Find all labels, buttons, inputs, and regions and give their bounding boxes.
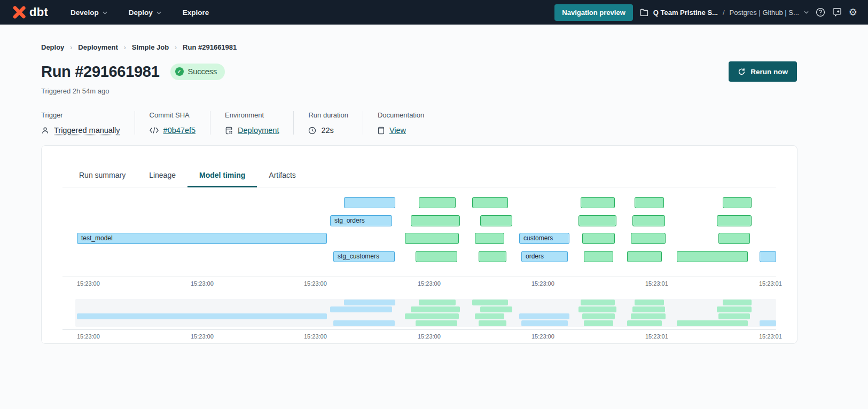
meta-commit-sha: Commit SHA#0b47ef5 <box>150 111 210 135</box>
meta-environment: EnvironmentDeployment <box>225 111 294 135</box>
bar-orders[interactable]: orders <box>521 251 568 262</box>
timing-bar[interactable] <box>717 215 752 226</box>
time-axis: 15:23:0015:23:0015:23:0015:23:0015:23:00… <box>62 277 776 287</box>
axis-tick-label: 15:23:00 <box>531 280 554 287</box>
timing-bar[interactable] <box>411 215 460 226</box>
code-icon <box>150 127 159 133</box>
overview-bar <box>627 320 662 326</box>
meta-value[interactable]: #0b47ef5 <box>163 126 196 135</box>
tab-lineage[interactable]: Lineage <box>137 171 187 187</box>
time-axis-overview: 15:23:0015:23:0015:23:0015:23:0015:23:00… <box>62 329 776 340</box>
overview-bar <box>632 306 665 312</box>
timing-bar[interactable] <box>631 233 666 244</box>
rerun-button[interactable]: Rerun now <box>729 61 797 82</box>
run-card: Run summaryLineageModel timingArtifacts … <box>41 145 797 344</box>
nav-item-deploy[interactable]: Deploy <box>129 9 161 17</box>
meta-run-duration: Run duration22s <box>308 111 363 135</box>
timing-bar[interactable] <box>480 215 512 226</box>
top-nav: dbt DevelopDeployExplore Navigation prev… <box>0 0 868 25</box>
timing-bar[interactable] <box>472 197 508 208</box>
chevron-down-icon <box>103 11 107 14</box>
timing-chart: stg_orderstest_modelcustomersstg_custome… <box>62 197 776 262</box>
breadcrumb-item[interactable]: Deployment <box>78 43 118 51</box>
project-separator: / <box>723 9 725 17</box>
meta-value[interactable]: View <box>389 126 406 135</box>
breadcrumb-item[interactable]: Deploy <box>41 43 64 51</box>
axis-tick-label: 15:23:00 <box>304 333 327 340</box>
overview-chart <box>75 299 776 327</box>
breadcrumb-separator: › <box>124 44 126 51</box>
overview-bar <box>475 313 504 319</box>
tab-run-summary[interactable]: Run summary <box>67 171 137 187</box>
nav-item-explore[interactable]: Explore <box>183 9 209 17</box>
tab-model-timing[interactable]: Model timing <box>187 171 257 187</box>
feedback-icon[interactable] <box>832 7 842 17</box>
navigation-preview-button[interactable]: Navigation preview <box>554 4 632 21</box>
nav-menu: DevelopDeployExplore <box>71 9 209 17</box>
timing-bar[interactable] <box>760 251 776 262</box>
overview-bar <box>330 306 392 312</box>
settings-icon[interactable]: ⚙ <box>849 7 857 17</box>
timing-bar[interactable] <box>627 251 662 262</box>
overview-bar <box>584 320 613 326</box>
overview-bar <box>519 313 569 319</box>
project-selector[interactable]: Q Team Pristine S... / Postgres | Github… <box>640 9 809 17</box>
axis-tick-label: 15:23:01 <box>759 333 782 340</box>
timing-bar[interactable] <box>578 215 616 226</box>
overview-bar <box>717 306 752 312</box>
environment-name: Postgres | Github | S... <box>730 9 799 17</box>
breadcrumb-item[interactable]: Run #291661981 <box>183 43 237 51</box>
overview-bar <box>419 300 456 305</box>
timing-bar[interactable] <box>419 197 456 208</box>
overview-bar <box>479 320 506 326</box>
axis-tick-label: 15:23:00 <box>418 333 441 340</box>
timing-bar[interactable] <box>584 251 613 262</box>
timing-bar[interactable] <box>718 233 750 244</box>
help-icon[interactable] <box>816 7 825 17</box>
timing-bar[interactable] <box>677 251 748 262</box>
overview-bar <box>472 300 508 305</box>
database-icon <box>225 127 233 135</box>
meta-documentation: DocumentationView <box>378 111 439 135</box>
status-badge: ✓ Success <box>170 64 225 80</box>
timing-bar[interactable] <box>479 251 506 262</box>
chevron-down-icon <box>157 11 161 14</box>
timing-bar[interactable] <box>723 197 752 208</box>
overview-bar <box>718 313 750 319</box>
timing-bar[interactable] <box>405 233 459 244</box>
run-page: Deploy›Deployment›SImple Job›Run #291661… <box>0 43 868 344</box>
folder-icon <box>640 9 648 16</box>
timing-bar[interactable] <box>582 233 615 244</box>
meta-label: Run duration <box>308 111 348 119</box>
timing-bar[interactable] <box>475 233 504 244</box>
overview-bar <box>578 306 616 312</box>
dbt-logo[interactable]: dbt <box>12 5 48 20</box>
nav-item-develop[interactable]: Develop <box>71 9 107 17</box>
dbt-logo-icon <box>12 5 27 20</box>
timing-bar[interactable] <box>416 251 457 262</box>
bar-stg_customers[interactable]: stg_customers <box>333 251 395 262</box>
meta-label: Trigger <box>41 111 120 119</box>
timing-bar[interactable] <box>632 215 665 226</box>
overview-bar <box>333 320 395 326</box>
bar-test_model[interactable]: test_model <box>77 233 327 244</box>
tab-artifacts[interactable]: Artifacts <box>257 171 308 187</box>
meta-label: Environment <box>225 111 279 119</box>
clock-icon <box>308 127 316 135</box>
overview-bar <box>723 300 752 305</box>
timing-bar[interactable] <box>344 197 395 208</box>
overview-bar <box>480 306 512 312</box>
dbt-logo-text: dbt <box>29 5 48 19</box>
bar-stg_orders[interactable]: stg_orders <box>330 215 392 226</box>
rerun-button-label: Rerun now <box>750 68 788 76</box>
overview-bar <box>521 320 568 326</box>
meta-value[interactable]: Deployment <box>238 126 279 135</box>
project-name: Q Team Pristine S... <box>653 9 718 17</box>
success-check-icon: ✓ <box>175 67 184 76</box>
axis-tick-label: 15:23:01 <box>645 333 668 340</box>
breadcrumb-item[interactable]: SImple Job <box>132 43 169 51</box>
bar-customers[interactable]: customers <box>519 233 569 244</box>
timing-bar[interactable] <box>635 197 664 208</box>
timing-bar[interactable] <box>581 197 615 208</box>
axis-tick-label: 15:23:00 <box>418 280 441 287</box>
